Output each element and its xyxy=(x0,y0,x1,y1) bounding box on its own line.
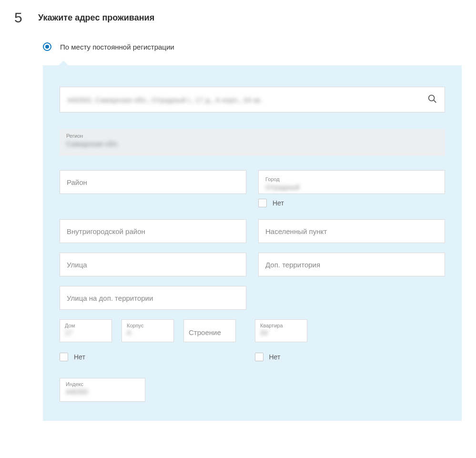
flat-value: 34 xyxy=(260,329,302,336)
step-header: 5 Укажите адрес проживания xyxy=(14,10,462,26)
checkbox-icon xyxy=(60,353,68,361)
house-none-label: Нет xyxy=(74,353,85,361)
region-field: Регион Самарская обл. xyxy=(60,129,445,156)
flat-label: Квартира xyxy=(260,323,302,328)
inner-district-placeholder: Внутригородской район xyxy=(67,227,145,235)
building-placeholder: Строение xyxy=(189,328,221,336)
add-territory-input[interactable]: Доп. территория xyxy=(258,253,445,276)
district-input[interactable]: Район xyxy=(60,170,246,194)
region-label: Регион xyxy=(66,133,438,139)
checkbox-icon xyxy=(258,199,267,207)
house-label: Дом xyxy=(65,323,107,328)
flat-none-label: Нет xyxy=(269,353,281,361)
step-title: Укажите адрес проживания xyxy=(38,13,154,23)
city-input[interactable]: Город Отрадный xyxy=(258,170,445,194)
region-value: Самарская обл. xyxy=(66,140,438,148)
address-panel: 446300, Самарская обл., Отрадный г., 17 … xyxy=(43,65,462,421)
add-territory-placeholder: Доп. территория xyxy=(265,261,320,269)
street-input[interactable]: Улица xyxy=(60,253,246,276)
radio-selected-icon xyxy=(43,42,51,51)
city-none-checkbox[interactable]: Нет xyxy=(258,199,445,207)
step-number: 5 xyxy=(14,10,38,26)
house-input[interactable]: Дом 17 xyxy=(60,319,112,342)
radio-label: По месту постоянной регистрации xyxy=(60,43,174,51)
building-input[interactable]: Строение xyxy=(183,319,236,342)
street-on-add-territory-input[interactable]: Улица на доп. территории xyxy=(60,286,246,310)
registration-type-radio[interactable]: По месту постоянной регистрации xyxy=(43,42,462,51)
inner-district-input[interactable]: Внутригородской район xyxy=(60,219,246,243)
street-on-add-placeholder: Улица на доп. территории xyxy=(67,294,153,302)
flat-input[interactable]: Квартира 34 xyxy=(255,319,307,342)
settlement-placeholder: Населенный пункт xyxy=(265,227,327,235)
index-input[interactable]: Индекс 446300 xyxy=(60,378,145,402)
flat-none-checkbox[interactable]: Нет xyxy=(255,353,281,361)
korpus-label: Корпус xyxy=(127,323,169,328)
address-search-input[interactable]: 446300, Самарская обл., Отрадный г., 17 … xyxy=(60,87,445,112)
checkbox-icon xyxy=(255,353,263,361)
korpus-value: А xyxy=(127,329,169,336)
index-label: Индекс xyxy=(66,381,139,387)
street-placeholder: Улица xyxy=(67,261,87,269)
city-label: Город xyxy=(265,176,280,182)
district-placeholder: Район xyxy=(67,178,87,186)
address-search-value: 446300, Самарская обл., Отрадный г., 17 … xyxy=(67,96,427,104)
house-value: 17 xyxy=(65,329,107,336)
korpus-input[interactable]: Корпус А xyxy=(122,319,174,342)
city-value: Отрадный xyxy=(265,183,299,191)
house-none-checkbox[interactable]: Нет xyxy=(60,353,85,361)
settlement-input[interactable]: Населенный пункт xyxy=(258,219,445,243)
index-value: 446300 xyxy=(66,388,139,396)
svg-line-1 xyxy=(434,100,436,102)
city-none-label: Нет xyxy=(273,199,284,207)
search-icon[interactable] xyxy=(427,93,437,106)
svg-point-0 xyxy=(429,95,435,101)
